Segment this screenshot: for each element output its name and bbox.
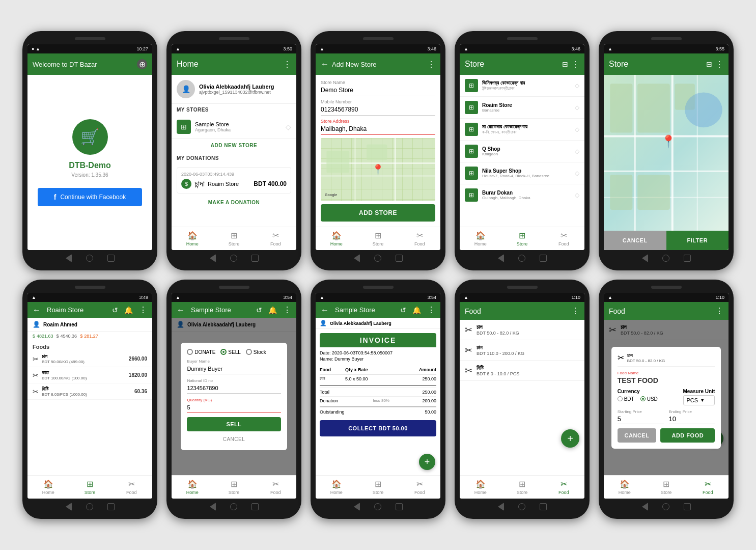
home-button[interactable]: [374, 503, 381, 510]
back-button[interactable]: [66, 503, 72, 511]
sell-button[interactable]: SELL: [187, 417, 281, 431]
recents-button[interactable]: [107, 503, 115, 510]
food-item-1[interactable]: ✂ ভাত BDT 100.00/KG (100.00) 1820.00: [27, 367, 152, 383]
bnav-store[interactable]: ⊞ Store: [357, 227, 399, 250]
bnav-food[interactable]: ✂ Food: [399, 476, 440, 499]
measure-select[interactable]: PCS ▼: [683, 395, 715, 405]
sell-option[interactable]: SELL: [220, 349, 240, 355]
more-options-icon[interactable]: ⋮: [715, 306, 723, 316]
more-options-icon[interactable]: ⋮: [283, 305, 291, 315]
cancel-button[interactable]: CANCEL: [604, 231, 666, 250]
home-button[interactable]: [374, 255, 381, 262]
bnav-food[interactable]: ✂ Food: [110, 476, 152, 499]
more-options-icon[interactable]: ⋮: [139, 305, 147, 315]
recents-button[interactable]: [107, 255, 115, 262]
bnav-food[interactable]: ✂ Food: [687, 476, 729, 499]
filter-icon[interactable]: ⊟: [562, 60, 568, 68]
bnav-store[interactable]: ⊞ Store: [69, 476, 111, 499]
fab-add-button[interactable]: +: [561, 429, 579, 448]
back-button[interactable]: [354, 503, 360, 511]
usd-option[interactable]: USD: [640, 396, 658, 402]
bnav-home[interactable]: 🏠 Home: [316, 476, 357, 499]
home-button[interactable]: [230, 255, 237, 262]
bnav-home[interactable]: 🏠 Home: [27, 476, 69, 499]
bnav-home[interactable]: 🏠 Home: [172, 476, 213, 499]
refresh-icon[interactable]: ↺: [112, 306, 118, 314]
bnav-store[interactable]: ⊞ Store: [501, 476, 543, 499]
bnav-store[interactable]: ⊞ Store: [501, 227, 543, 250]
address-input[interactable]: [321, 124, 435, 135]
bnav-store[interactable]: ⊞ Store: [213, 227, 255, 250]
store-list-item-2[interactable]: ⊞ মা রোফেমার কোভারেন্ল বার ক-বি, লেন-৪, …: [460, 119, 584, 141]
cancel-link[interactable]: CANCEL: [187, 434, 281, 444]
back-button[interactable]: [354, 254, 360, 262]
add-new-store-link[interactable]: ADD NEW STORE: [172, 139, 296, 152]
food-item-0[interactable]: ✂ চাল BDT 50.0 - 82.0 / KG: [460, 320, 584, 340]
menu-icon[interactable]: ⊕: [137, 59, 147, 69]
bnav-store[interactable]: ⊞ Store: [646, 476, 687, 499]
bell-icon[interactable]: 🔔: [412, 306, 421, 314]
qty-input[interactable]: [187, 403, 281, 413]
home-button[interactable]: [86, 255, 93, 262]
donate-radio[interactable]: [187, 349, 193, 355]
collect-button[interactable]: COLLECT BDT 50.00: [320, 420, 436, 436]
bnav-food[interactable]: ✂ Food: [255, 476, 296, 499]
bnav-home[interactable]: 🏠 Home: [460, 476, 501, 499]
bnav-home[interactable]: 🏠 Home: [460, 227, 501, 250]
fab-button[interactable]: +: [419, 454, 435, 470]
add-food-button[interactable]: ADD FOOD: [660, 428, 715, 443]
sell-radio[interactable]: [220, 349, 227, 355]
back-arrow-icon[interactable]: ←: [33, 306, 41, 315]
back-button[interactable]: [66, 254, 72, 262]
recents-button[interactable]: [540, 503, 547, 510]
facebook-login-button[interactable]: f Continue with Facebook: [38, 188, 142, 206]
bnav-food[interactable]: ✂ Food: [255, 227, 296, 250]
mobile-input[interactable]: [321, 105, 435, 116]
store-list-item-4[interactable]: ⊞ Nila Super Shop House-7, Road-4, Block…: [460, 162, 584, 184]
store-list-item-1[interactable]: ⊞ Roaim Store Banasree ◇: [460, 97, 584, 119]
home-button[interactable]: [662, 503, 669, 510]
more-options-icon[interactable]: ⋮: [427, 60, 435, 69]
filter-icon[interactable]: ⊟: [706, 60, 712, 68]
national-id-input[interactable]: [187, 384, 281, 394]
food-item-0[interactable]: ✂ চাল BDT 50.00/KG (499.00) 2660.00: [27, 351, 152, 367]
refresh-icon[interactable]: ↺: [256, 306, 262, 314]
donate-option[interactable]: DONATE: [187, 349, 215, 355]
bnav-home[interactable]: 🏠 Home: [172, 227, 213, 250]
store-list-item-0[interactable]: ⊞ জিনিসপত্র কোভারেন্ল বার ইন্টারনেশনাল,ক…: [460, 75, 584, 97]
bell-icon[interactable]: 🔔: [268, 306, 277, 314]
filter-button[interactable]: FILTER: [666, 231, 729, 250]
more-options-icon[interactable]: ⋮: [283, 60, 291, 69]
bdt-radio[interactable]: [618, 396, 623, 401]
back-button[interactable]: [642, 254, 648, 262]
more-options-icon[interactable]: ⋮: [715, 60, 723, 69]
recents-button[interactable]: [540, 255, 547, 262]
back-arrow-icon[interactable]: ←: [321, 306, 329, 315]
store-name-input[interactable]: [321, 86, 435, 96]
food-item-1[interactable]: ✂ চাল BDT 110.0 - 200.0 / KG: [460, 340, 584, 361]
make-donation-link[interactable]: MAKE A DONATION: [172, 197, 296, 208]
store-list-item-3[interactable]: ⊞ Q Shop Khilgaon ◇: [460, 141, 584, 162]
stock-radio[interactable]: [246, 349, 252, 355]
cancel-button[interactable]: CANCEL: [618, 428, 657, 443]
food-item-2[interactable]: ✂ মিষ্টি BDT 6.0 - 10.0 / PCS: [460, 361, 584, 381]
more-options-icon[interactable]: ⋮: [571, 60, 579, 69]
home-button[interactable]: [518, 503, 525, 510]
recents-button[interactable]: [251, 503, 259, 510]
buyer-input[interactable]: [187, 365, 281, 374]
recents-button[interactable]: [396, 503, 403, 510]
back-arrow-icon[interactable]: ←: [177, 306, 185, 315]
bnav-store[interactable]: ⊞ Store: [213, 476, 255, 499]
back-button[interactable]: [498, 254, 504, 262]
recents-button[interactable]: [684, 255, 691, 262]
bdt-option[interactable]: BDT: [618, 396, 634, 402]
bnav-food[interactable]: ✂ Food: [399, 227, 440, 250]
back-button[interactable]: [210, 503, 216, 511]
add-store-button[interactable]: ADD STORE: [321, 204, 435, 222]
recents-button[interactable]: [684, 503, 691, 510]
home-button[interactable]: [518, 255, 525, 262]
back-button[interactable]: [210, 254, 216, 262]
more-options-icon[interactable]: ⋮: [427, 305, 435, 315]
back-button[interactable]: [498, 503, 504, 511]
bnav-store[interactable]: ⊞ Store: [357, 476, 399, 499]
